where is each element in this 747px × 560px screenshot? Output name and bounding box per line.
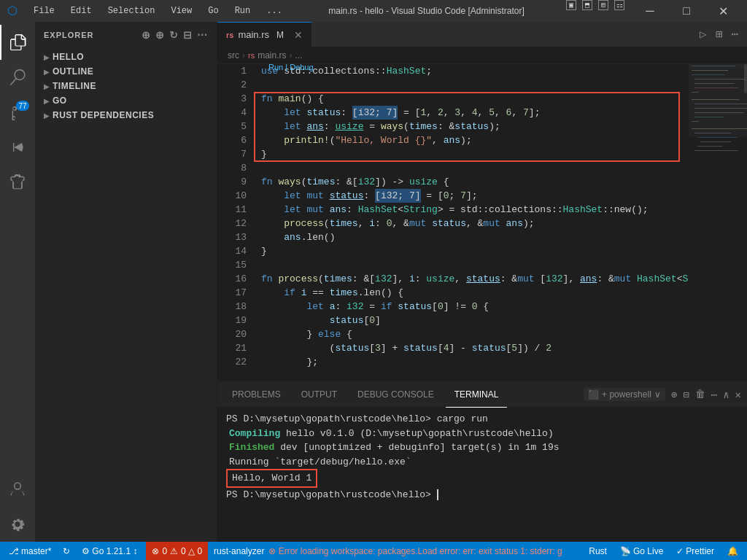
tab-bar: rs main.rs M ✕ ▷ ⊞ ⋯ [217,22,747,47]
panel-tab-actions: ⬛ + powershell ∨ ⊕ ⊟ 🗑 ⋯ ∧ ✕ [584,388,741,401]
kill-terminal-icon[interactable]: 🗑 [695,389,705,400]
language-label: Rust [589,546,607,556]
antenna-icon: 📡 [620,546,631,556]
line-num-2: 2 [217,78,247,92]
split-editor-icon[interactable]: ⊞ [713,24,726,44]
tab-output[interactable]: OUTPUT [293,382,346,408]
menu-run[interactable]: Run [231,4,255,18]
terminal-line-3: Finished dev [unoptimized + debuginfo] t… [226,440,738,455]
code-editor[interactable]: 1 2 3 4 5 6 7 8 9 10 11 12 13 14 15 16 1 [217,64,747,381]
menu-selection[interactable]: Selection [104,4,160,18]
maximize-button[interactable]: □ [670,0,703,22]
collapse-all-icon[interactable]: ⊟ [183,29,193,41]
status-prettier[interactable]: ✓ Prettier [673,546,717,556]
error-icon: ⊗ [152,546,159,556]
sidebar-item-outline[interactable]: ▶ OUTLINE [35,64,217,79]
menu-go[interactable]: Go [204,4,222,18]
chevron-right-icon: ▶ [44,68,50,76]
rust-file-icon: rs [226,31,233,39]
editor-area: rs main.rs M ✕ ▷ ⊞ ⋯ src › rs main.rs › … [217,22,747,542]
more-terminal-icon[interactable]: ⋯ [711,389,717,401]
code-content[interactable]: Run | Debug use std::collections::HashSe… [254,64,689,381]
window-icon-group: ▣ ⬒ ⊞ ⚏ [566,0,624,22]
sidebar-item-rust-deps[interactable]: ▶ RUST DEPENDENCIES [35,108,217,122]
activity-search[interactable] [0,60,35,95]
run-debug-link[interactable]: Run | Debug [268,64,314,71]
more-layout-icon[interactable]: ⚏ [614,0,624,10]
status-golive[interactable]: 📡 Go Live [617,546,666,556]
tab-main-rs[interactable]: rs main.rs M ✕ [217,22,312,47]
tab-problems[interactable]: PROBLEMS [223,382,290,408]
sidebar-item-hello[interactable]: ▶ HELLO [35,50,217,64]
activity-run-debug[interactable] [0,130,35,165]
close-button[interactable]: ✕ [706,0,740,22]
line-num-19: 19 [217,314,247,327]
refresh-icon[interactable]: ↻ [169,29,179,41]
terminal-running: Running `target/debug/hello.exe` [226,456,411,467]
activity-source-control[interactable]: 77 [0,95,35,130]
more-actions-icon[interactable]: ⋯ [197,29,208,41]
tab-debug-console[interactable]: DEBUG CONSOLE [349,382,443,408]
split-terminal-icon[interactable]: ⊟ [683,389,689,401]
branch-icon: ⎇ [9,546,19,556]
add-terminal-icon[interactable]: ⊕ [671,389,677,401]
svg-rect-18 [697,146,723,147]
chevron-right-icon: ▶ [44,97,50,105]
status-go-version[interactable]: ⚙ Go 1.21.1 ↕ [79,546,140,556]
code-line-13: ans.len() [261,230,689,244]
breadcrumb-filename[interactable]: main.rs [258,50,286,61]
code-line-19: status[0] [261,314,689,327]
minimize-button[interactable]: ─ [633,0,667,22]
menu-file[interactable]: File [29,4,59,18]
status-sync[interactable]: ↻ [60,546,73,556]
activity-explorer[interactable] [0,25,35,60]
new-file-icon[interactable]: ⊕ [142,29,151,41]
line-num-16: 16 [217,272,247,286]
terminal-label: TERMINAL [454,389,499,400]
go-version-label: Go 1.21.1 ↕ [92,546,137,556]
status-language[interactable]: Rust [586,546,610,556]
more-tabs-icon[interactable]: ⋯ [728,24,741,44]
breadcrumb-sep-2: › [290,50,293,61]
panel-toggle-icon[interactable]: ⬒ [582,0,592,10]
tab-terminal[interactable]: TERMINAL [446,382,508,408]
line-num-7: 7 [217,147,247,161]
breadcrumb-src[interactable]: src [228,50,239,61]
menu-view[interactable]: View [166,4,196,18]
menu-edit[interactable]: Edit [66,4,96,18]
breadcrumb-symbol[interactable]: ... [295,50,303,61]
terminal-content[interactable]: PS D:\mysetup\gopath\rustcode\hello> car… [217,408,747,542]
activity-accounts[interactable] [0,472,35,507]
compiling-label: Compiling [229,428,280,439]
line-num-20: 20 [217,327,247,341]
status-branch[interactable]: ⎇ master* [6,546,54,556]
status-errors[interactable]: ⊗ 0 ⚠ 0 △ 0 [146,542,208,560]
app-icon: ⬡ [7,4,18,18]
rust-analyzer-label: rust-analyzer [214,546,264,556]
maximize-panel-icon[interactable]: ∧ [723,389,729,401]
new-folder-icon[interactable]: ⊕ [155,29,165,41]
minimap-content [689,64,747,381]
prettier-label: Prettier [686,546,714,556]
run-icon[interactable]: ▷ [697,24,710,44]
breadcrumb-sep-1: › [242,50,245,61]
chevron-down-icon: ∨ [654,389,661,400]
close-panel-icon[interactable]: ✕ [735,389,741,401]
bell-icon: 🔔 [727,546,738,556]
chevron-right-icon: ▶ [44,112,50,120]
status-notifications[interactable]: 🔔 [724,546,741,556]
sidebar-item-timeline[interactable]: ▶ TIMELINE [35,79,217,93]
sidebar-toggle-icon[interactable]: ▣ [566,0,576,10]
layout-icon[interactable]: ⊞ [598,0,608,10]
sidebar-item-go[interactable]: ▶ GO [35,93,217,108]
output-label: OUTPUT [301,389,337,400]
menu-more[interactable]: ... [262,4,287,18]
activity-settings[interactable] [0,507,35,542]
powershell-selector[interactable]: ⬛ + powershell ∨ [584,388,665,401]
status-center: rust-analyzer ⊗ Error loading workspace:… [214,546,586,556]
activity-extensions[interactable] [0,165,35,200]
line-num-14: 14 [217,244,247,258]
sidebar-label-timeline: TIMELINE [53,81,96,91]
tab-close-icon[interactable]: ✕ [294,29,303,41]
title-bar: ⬡ File Edit Selection View Go Run ... ma… [0,0,747,22]
